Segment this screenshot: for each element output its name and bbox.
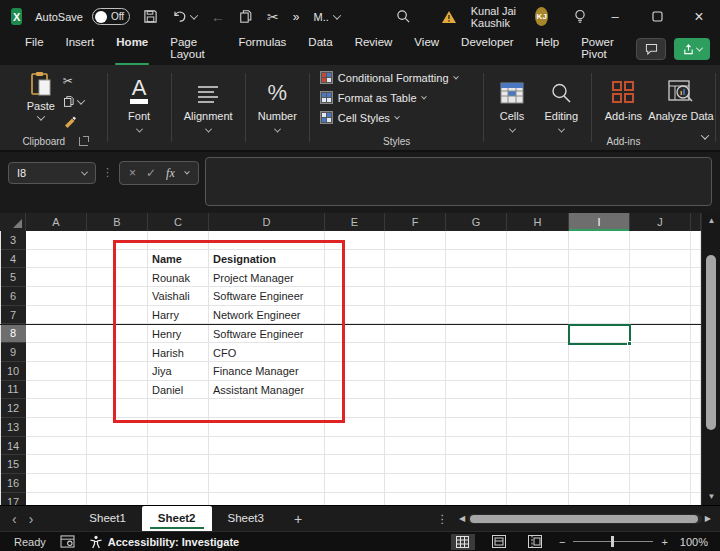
sheet-tab-sheet2[interactable]: Sheet2 — [142, 506, 212, 531]
cell-C16[interactable] — [148, 474, 209, 493]
cell-undefined16[interactable] — [0, 474, 1, 493]
cell-G14[interactable] — [446, 437, 507, 456]
cell-E15[interactable] — [325, 455, 385, 474]
cell-F16[interactable] — [385, 474, 446, 493]
autosave-toggle[interactable]: Off — [92, 8, 130, 25]
confirm-entry-button[interactable]: ✓ — [146, 166, 156, 180]
cell-A17[interactable] — [26, 493, 87, 505]
cut-ribbon-button[interactable]: ✂ — [63, 74, 84, 88]
cell-styles-button[interactable]: Cell Styles — [320, 111, 399, 124]
cell-H8[interactable] — [507, 325, 569, 344]
user-avatar[interactable]: KJ — [535, 7, 548, 26]
cell-I10[interactable] — [569, 362, 630, 381]
conditional-formatting-button[interactable]: Conditional Formatting — [320, 71, 458, 84]
maximize-button[interactable] — [636, 0, 678, 33]
cell-J7[interactable] — [630, 306, 691, 325]
horizontal-scroll-thumb[interactable] — [470, 515, 698, 523]
macro-record-icon[interactable] — [60, 535, 75, 548]
sheet-prev-arrow[interactable]: ‹ — [0, 511, 29, 527]
cell-G13[interactable] — [446, 418, 507, 437]
zoom-out-button[interactable]: − — [559, 536, 565, 548]
cell-I11[interactable] — [569, 381, 630, 400]
cell-H3[interactable] — [507, 231, 569, 250]
row-header-6[interactable]: 6 — [0, 287, 26, 306]
cell-F10[interactable] — [385, 362, 446, 381]
cell-G12[interactable] — [446, 399, 507, 418]
cell-J12[interactable] — [630, 399, 691, 418]
menu-tab-developer[interactable]: Developer — [450, 30, 524, 68]
menu-tab-power-pivot[interactable]: Power Pivot — [570, 30, 636, 68]
cell-H14[interactable] — [507, 437, 569, 456]
cell-G5[interactable] — [446, 268, 507, 287]
page-break-view-button[interactable] — [523, 534, 547, 550]
more-commands-button[interactable]: » — [286, 0, 307, 33]
cancel-entry-button[interactable]: × — [129, 166, 136, 180]
cell-C15[interactable] — [148, 455, 209, 474]
cell-G7[interactable] — [446, 306, 507, 325]
cell-H17[interactable] — [507, 493, 569, 505]
cell-I5[interactable] — [569, 268, 630, 287]
cell-undefined10[interactable] — [0, 362, 1, 381]
cell-J16[interactable] — [630, 474, 691, 493]
search-button[interactable] — [389, 0, 418, 33]
alignment-group-button[interactable]: Alignment — [176, 65, 241, 150]
cell-J14[interactable] — [630, 437, 691, 456]
share-button[interactable] — [674, 38, 710, 60]
cell-A11[interactable] — [26, 381, 87, 400]
selected-cell-I8[interactable] — [568, 324, 631, 345]
cell-undefined9[interactable] — [0, 343, 1, 362]
scroll-right-arrow[interactable]: ▶ — [702, 514, 714, 523]
sheet-tab-sheet3[interactable]: Sheet3 — [212, 506, 280, 531]
cell-A9[interactable] — [26, 343, 87, 362]
cell-undefined8[interactable] — [0, 325, 1, 344]
column-header-C[interactable]: C — [148, 213, 209, 231]
page-layout-view-button[interactable] — [487, 534, 511, 550]
select-all-corner[interactable] — [0, 213, 26, 231]
cell-undefined13[interactable] — [0, 418, 1, 437]
row-header-5[interactable]: 5 — [0, 268, 26, 287]
new-sheet-button[interactable]: + — [280, 511, 316, 527]
row-header-16[interactable]: 16 — [0, 474, 26, 493]
name-box[interactable]: I8 — [8, 162, 96, 184]
sheet-tab-sheet1[interactable]: Sheet1 — [73, 506, 141, 531]
row-header-12[interactable]: 12 — [0, 399, 26, 418]
cell-A10[interactable] — [26, 362, 87, 381]
cell-C14[interactable] — [148, 437, 209, 456]
cell-G4[interactable] — [446, 250, 507, 269]
cell-G16[interactable] — [446, 474, 507, 493]
cell-B15[interactable] — [87, 455, 148, 474]
row-header-3[interactable]: 3 — [0, 231, 26, 250]
cell-undefined17[interactable] — [0, 493, 1, 505]
column-header-H[interactable]: H — [507, 213, 569, 231]
cell-E17[interactable] — [325, 493, 385, 505]
cell-J17[interactable] — [630, 493, 691, 505]
horizontal-scroll-track[interactable] — [468, 514, 702, 524]
cell-F12[interactable] — [385, 399, 446, 418]
cell-H13[interactable] — [507, 418, 569, 437]
cell-undefined4[interactable] — [0, 250, 1, 269]
cell-H4[interactable] — [507, 250, 569, 269]
workbook-menu[interactable]: M.. — [307, 0, 347, 33]
cell-undefined15[interactable] — [0, 455, 1, 474]
cell-A16[interactable] — [26, 474, 87, 493]
row-header-14[interactable]: 14 — [0, 437, 26, 456]
cell-I4[interactable] — [569, 250, 630, 269]
cell-H10[interactable] — [507, 362, 569, 381]
cell-F4[interactable] — [385, 250, 446, 269]
cell-H6[interactable] — [507, 287, 569, 306]
column-header-D[interactable]: D — [209, 213, 325, 231]
menu-tab-page-layout[interactable]: Page Layout — [159, 30, 227, 68]
fill-handle[interactable] — [627, 341, 632, 346]
cell-A6[interactable] — [26, 287, 87, 306]
cell-A15[interactable] — [26, 455, 87, 474]
save-button[interactable] — [136, 0, 165, 33]
menu-tab-insert[interactable]: Insert — [55, 30, 106, 68]
zoom-thumb[interactable] — [611, 536, 614, 547]
cell-F7[interactable] — [385, 306, 446, 325]
row-header-4[interactable]: 4 — [0, 250, 26, 269]
insert-function-button[interactable]: fx — [166, 166, 175, 181]
cell-I14[interactable] — [569, 437, 630, 456]
cell-F14[interactable] — [385, 437, 446, 456]
clipboard-dialog-launcher[interactable] — [79, 137, 88, 146]
cell-B17[interactable] — [87, 493, 148, 505]
